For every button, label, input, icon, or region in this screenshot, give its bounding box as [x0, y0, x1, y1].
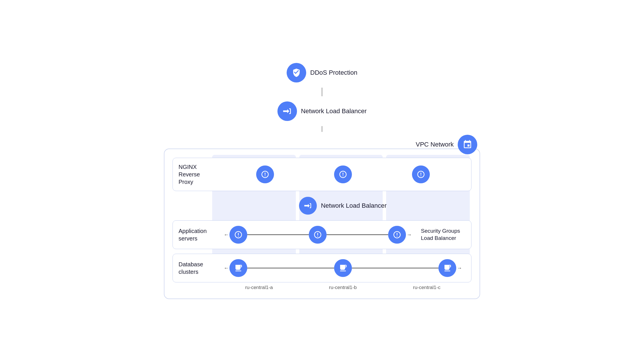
db-label: Databaseclusters	[179, 261, 220, 276]
ddos-icon	[287, 63, 306, 82]
app-icon-a	[229, 226, 247, 244]
app-icon-c	[388, 226, 406, 244]
db-icon-c	[438, 259, 456, 277]
db-arrow-right: →	[457, 265, 462, 271]
nginx-icons	[220, 165, 465, 183]
zone-labels: ru-central1-a ru-central1-b ru-central1-…	[214, 285, 471, 290]
nlb-top-icon	[277, 101, 297, 121]
nlb-top-svg	[282, 106, 292, 116]
connector-1	[322, 88, 322, 96]
db-icons-arrows: ←	[220, 259, 465, 277]
db-svg-c	[443, 264, 452, 272]
top-section: DDoS Protection Network Load Balancer	[277, 63, 367, 132]
ddos-label: DDoS Protection	[310, 69, 357, 76]
app-svg-b	[313, 230, 322, 239]
diagram-wrapper: DDoS Protection Network Load Balancer VP…	[150, 63, 494, 299]
db-line-1	[247, 268, 334, 268]
vpc-label: VPC Network	[416, 141, 454, 148]
app-icon-b	[309, 226, 327, 244]
app-line-2	[327, 234, 388, 235]
inner-nlb-svg	[304, 201, 312, 210]
db-line-2	[352, 268, 439, 268]
db-row: Databaseclusters ←	[172, 254, 471, 282]
zone-b-label: ru-central1-b	[301, 285, 385, 290]
connector-2	[322, 126, 322, 132]
app-label: Applicationservers	[179, 227, 220, 242]
app-svg-c	[393, 230, 401, 239]
vpc-outer: VPC Network NGINXReverseProxy	[164, 135, 480, 299]
db-svg-b	[339, 264, 347, 272]
nginx-svg-b	[339, 170, 347, 179]
app-right-label: Security GroupsLoad Balancer	[415, 228, 465, 242]
nginx-svg-a	[261, 170, 269, 179]
app-svg-a	[234, 230, 243, 239]
nginx-row: NGINXReverseProxy	[172, 158, 471, 191]
app-icons-arrows: ←	[220, 226, 415, 244]
db-svg-a	[234, 264, 243, 272]
nginx-label: NGINXReverseProxy	[179, 163, 220, 186]
app-line-1	[247, 234, 309, 235]
shield-check-svg	[292, 68, 301, 78]
vpc-label-row: VPC Network	[164, 135, 480, 154]
vpc-svg	[463, 140, 472, 149]
nginx-svg-c	[417, 170, 425, 179]
zone-a-label: ru-central1-a	[217, 285, 301, 290]
inner-nlb-row: Network Load Balancer	[214, 197, 471, 215]
zone-c-label: ru-central1-c	[385, 285, 469, 290]
inner-nlb-icon	[299, 197, 317, 215]
vpc-content: NGINXReverseProxy	[172, 158, 471, 290]
nginx-icon-b	[334, 165, 352, 183]
db-arrow-left: ←	[224, 265, 229, 271]
app-arrow-left: ←	[224, 232, 229, 238]
db-icon-b	[334, 259, 352, 277]
nginx-icon-c	[412, 165, 430, 183]
db-icon-a	[229, 259, 247, 277]
app-row: Applicationservers ←	[172, 220, 471, 249]
nlb-top-label: Network Load Balancer	[301, 107, 367, 115]
inner-nlb-label: Network Load Balancer	[321, 202, 387, 209]
nlb-top-row: Network Load Balancer	[277, 101, 367, 121]
vpc-icon	[458, 135, 477, 154]
app-arrow-right: →	[407, 232, 412, 238]
ddos-row: DDoS Protection	[287, 63, 357, 82]
nginx-icon-a	[256, 165, 274, 183]
vpc-box: NGINXReverseProxy	[164, 149, 480, 299]
